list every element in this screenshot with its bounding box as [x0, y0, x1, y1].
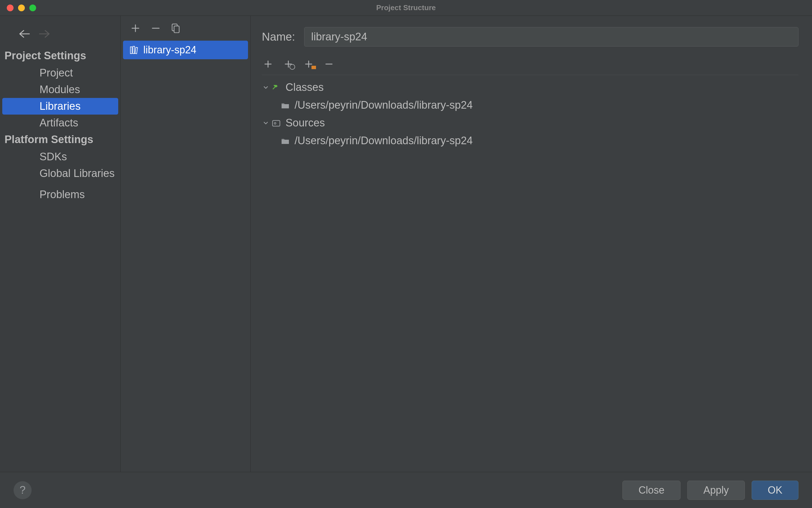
folder-icon	[281, 137, 289, 144]
project-settings-header: Project Settings	[0, 47, 121, 65]
apply-button[interactable]: Apply	[687, 481, 745, 500]
ok-button[interactable]: OK	[752, 481, 799, 500]
window-close-button[interactable]	[7, 4, 13, 11]
nav-back-icon[interactable]	[18, 29, 31, 38]
library-detail-panel: Name:	[251, 16, 812, 472]
window-maximize-button[interactable]	[29, 4, 36, 11]
add-url-icon[interactable]	[284, 60, 292, 68]
sources-label: Sources	[285, 117, 325, 129]
svg-point-6	[274, 123, 276, 124]
tree-leaf-sources-path[interactable]: /Users/peyrin/Downloads/library-sp24	[262, 132, 799, 150]
sources-folder-icon	[272, 119, 280, 127]
tree-leaf-classes-path[interactable]: /Users/peyrin/Downloads/library-sp24	[262, 96, 799, 114]
classes-label: Classes	[285, 81, 324, 93]
add-root-icon[interactable]	[264, 60, 272, 68]
settings-sidebar: Project Settings Project Modules Librari…	[0, 16, 121, 472]
titlebar: Project Structure	[0, 0, 812, 16]
libraries-list-panel: library-sp24	[121, 16, 251, 472]
sidebar-item-problems[interactable]: Problems	[0, 186, 121, 203]
sidebar-item-sdks[interactable]: SDKs	[0, 149, 121, 165]
tree-node-sources[interactable]: Sources	[262, 114, 799, 132]
sidebar-item-global-libraries[interactable]: Global Libraries	[0, 165, 121, 182]
chevron-down-icon[interactable]	[263, 85, 269, 90]
library-name-input[interactable]	[304, 27, 799, 47]
sidebar-item-project[interactable]: Project	[0, 65, 121, 81]
window-title: Project Structure	[0, 3, 812, 12]
sidebar-item-libraries[interactable]: Libraries	[2, 98, 118, 115]
classes-path-label: /Users/peyrin/Downloads/library-sp24	[295, 99, 472, 111]
sidebar-item-artifacts[interactable]: Artifacts	[0, 115, 121, 131]
chevron-down-icon[interactable]	[263, 120, 269, 126]
close-button[interactable]: Close	[622, 481, 680, 500]
window-minimize-button[interactable]	[18, 4, 25, 11]
nav-forward-icon	[38, 29, 51, 38]
folder-icon	[281, 101, 289, 109]
platform-settings-header: Platform Settings	[0, 131, 121, 149]
svg-rect-1	[174, 26, 179, 33]
sources-path-label: /Users/peyrin/Downloads/library-sp24	[295, 135, 472, 147]
add-library-icon[interactable]	[131, 24, 140, 33]
copy-library-icon[interactable]	[172, 24, 180, 33]
remove-library-icon[interactable]	[151, 24, 160, 33]
library-list-item[interactable]: library-sp24	[123, 41, 248, 59]
library-icon	[130, 46, 139, 54]
help-button[interactable]: ?	[13, 481, 32, 499]
name-label: Name:	[262, 31, 295, 43]
library-item-label: library-sp24	[143, 44, 196, 56]
hammer-icon	[272, 83, 280, 92]
svg-rect-4	[135, 47, 137, 54]
remove-root-icon[interactable]	[325, 60, 333, 68]
add-folder-icon[interactable]	[305, 60, 313, 68]
sidebar-item-modules[interactable]: Modules	[0, 81, 121, 98]
dialog-footer: ? Close Apply OK	[0, 472, 812, 508]
tree-node-classes[interactable]: Classes	[262, 79, 799, 96]
svg-rect-2	[130, 47, 132, 54]
svg-rect-3	[133, 46, 135, 54]
